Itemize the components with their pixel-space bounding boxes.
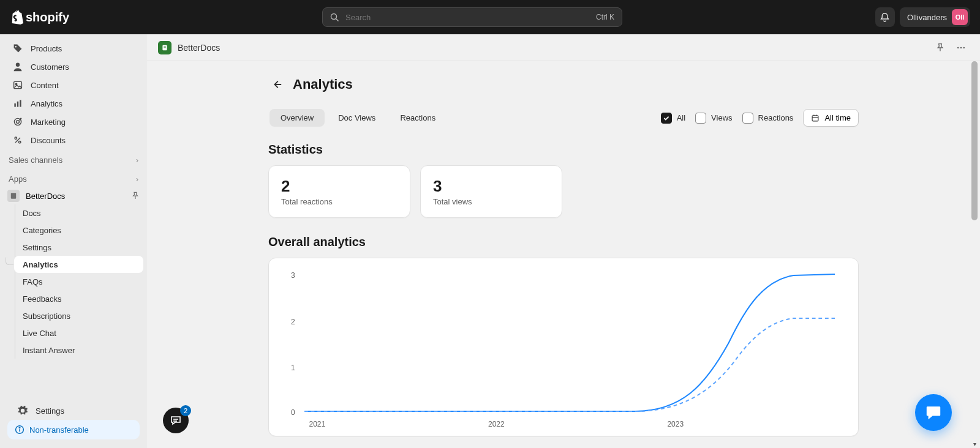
app-submenu: Docs Categories Settings Analytics FAQs … [15, 204, 147, 359]
y-tick: 1 [291, 364, 295, 372]
nav-label: Settings [36, 406, 64, 416]
badge-label: Non-transferable [29, 425, 89, 435]
nav-marketing[interactable]: Marketing [4, 113, 143, 131]
pin-icon[interactable] [131, 192, 140, 200]
filters: All Views Reactions All time [661, 109, 859, 127]
chart-card: 3 2 1 0 2021 2022 2023 [268, 258, 859, 436]
filter-label: Reactions [758, 113, 794, 122]
view-tabs: Overview Doc Views Reactions [268, 108, 448, 128]
scroll-down-arrow[interactable]: ▾ [970, 439, 979, 448]
chart-area: 3 2 1 0 2021 2022 2023 [284, 269, 843, 428]
svg-rect-23 [812, 115, 818, 121]
more-actions-button[interactable] [953, 40, 969, 56]
sub-feedbacks[interactable]: Feedbacks [14, 290, 143, 307]
back-button[interactable] [268, 76, 285, 93]
tab-doc-views[interactable]: Doc Views [327, 109, 386, 127]
non-transferable-badge[interactable]: Non-transferable [7, 420, 140, 439]
sales-channels-header[interactable]: Sales channels › [0, 149, 147, 168]
svg-rect-5 [14, 103, 15, 107]
nav-discounts[interactable]: Discounts [4, 131, 143, 149]
checkbox-checked-icon [661, 113, 672, 124]
nav-customers[interactable]: Customers [4, 58, 143, 76]
y-tick: 2 [291, 318, 295, 326]
svg-rect-7 [20, 100, 21, 106]
stat-value: 3 [433, 177, 549, 196]
sub-faqs[interactable]: FAQs [14, 273, 143, 290]
date-range-button[interactable]: All time [803, 109, 859, 127]
speech-bubble-icon [170, 414, 182, 427]
sub-categories[interactable]: Categories [14, 222, 143, 239]
chevron-right-icon: › [136, 156, 138, 165]
stat-card-views: 3 Total views [420, 165, 562, 218]
sub-instant-answer[interactable]: Instant Answer [14, 342, 143, 359]
stat-label: Total reactions [281, 197, 398, 206]
target-icon [12, 116, 23, 127]
nav-content[interactable]: Content [4, 76, 143, 94]
nav-label: Marketing [31, 118, 66, 127]
svg-point-9 [17, 121, 20, 124]
sub-settings[interactable]: Settings [14, 239, 143, 256]
svg-point-16 [19, 427, 20, 428]
filter-label: All [677, 113, 685, 122]
search-icon [330, 13, 339, 22]
stat-value: 2 [281, 177, 398, 196]
main: BetterDocs Analytics [147, 34, 980, 448]
svg-point-10 [15, 137, 17, 140]
y-tick: 3 [291, 271, 295, 280]
brand-text: shopify [26, 10, 69, 24]
app-header-icon [158, 41, 172, 54]
bars-icon [12, 98, 23, 109]
nav-products[interactable]: Products [4, 39, 143, 58]
series-views [304, 274, 835, 411]
person-icon [12, 61, 23, 72]
chat-widget-button[interactable]: 2 [163, 408, 189, 433]
filter-all[interactable]: All [661, 113, 685, 124]
svg-point-20 [957, 47, 959, 48]
nav-label: Discounts [31, 136, 66, 145]
svg-rect-13 [11, 193, 16, 199]
sub-analytics[interactable]: Analytics [14, 256, 143, 273]
svg-rect-19 [164, 47, 166, 48]
nav-analytics[interactable]: Analytics [4, 94, 143, 113]
svg-point-11 [18, 141, 21, 143]
shopify-logo[interactable]: shopify [10, 10, 69, 24]
section-label: Sales channels [9, 155, 62, 165]
tab-reactions[interactable]: Reactions [389, 109, 447, 127]
info-icon [15, 425, 24, 435]
gear-icon [17, 405, 28, 416]
search-box[interactable]: Ctrl K [322, 7, 622, 27]
nav-settings[interactable]: Settings [9, 401, 138, 420]
sub-live-chat[interactable]: Live Chat [14, 324, 143, 342]
svg-point-21 [960, 47, 962, 48]
nav-label: Customers [31, 62, 69, 72]
filter-reactions[interactable]: Reactions [742, 113, 794, 124]
search-shortcut: Ctrl K [596, 13, 614, 21]
svg-line-12 [15, 138, 20, 143]
notifications-button[interactable] [875, 7, 895, 27]
sub-subscriptions[interactable]: Subscriptions [14, 307, 143, 324]
stats-row: 2 Total reactions 3 Total views [268, 165, 859, 218]
search-input[interactable] [345, 13, 590, 22]
stat-card-reactions: 2 Total reactions [268, 165, 410, 218]
app-icon [7, 190, 20, 202]
sub-docs[interactable]: Docs [14, 204, 143, 222]
percent-icon [12, 135, 23, 146]
scroll-thumb[interactable] [971, 61, 978, 220]
svg-rect-3 [14, 81, 22, 88]
user-menu[interactable]: Ollivanders Oll [900, 7, 970, 27]
apps-header[interactable]: Apps › [0, 168, 147, 187]
support-fab[interactable] [915, 394, 952, 431]
chevron-right-icon: › [136, 175, 138, 184]
tab-overview[interactable]: Overview [270, 109, 325, 127]
scrollbar[interactable]: ▾ [970, 34, 979, 448]
topbar: shopify Ctrl K Ollivanders Oll [0, 0, 980, 34]
section-label: Apps [9, 174, 27, 184]
image-icon [12, 80, 23, 91]
pin-app-button[interactable] [932, 40, 948, 56]
x-tick: 2022 [488, 420, 505, 428]
sidebar-app-betterdocs[interactable]: BetterDocs [0, 187, 147, 204]
user-name: Ollivanders [907, 13, 947, 22]
calendar-icon [811, 114, 820, 122]
filter-views[interactable]: Views [695, 113, 732, 124]
chart-svg [304, 269, 835, 416]
